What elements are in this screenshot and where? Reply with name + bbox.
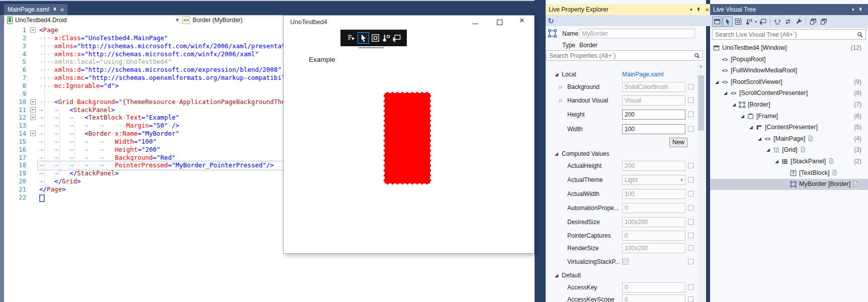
track-focused-element-icon[interactable] — [758, 17, 768, 27]
enable-selection-icon[interactable] — [723, 17, 733, 27]
expander-open-icon[interactable]: ◢ — [749, 125, 753, 130]
expander-open-icon[interactable]: ◢ — [775, 159, 778, 164]
maximize-button[interactable] — [497, 20, 502, 25]
fold-collapse-icon[interactable] — [30, 115, 36, 120]
source-document-icon[interactable] — [832, 169, 837, 176]
property-group-label[interactable]: Local — [562, 71, 576, 78]
refresh-icon[interactable]: ↻ — [548, 17, 554, 25]
swap-source-icon[interactable] — [783, 17, 793, 27]
tree-node-myborder-border[interactable]: MyBorder [Border] — [710, 179, 868, 190]
property-group-label[interactable]: Computed Values — [562, 150, 610, 157]
expander-open-icon[interactable]: ◢ — [555, 273, 558, 278]
chevron-down-icon[interactable]: ▾ — [755, 20, 757, 24]
property-pin-checkbox[interactable] — [688, 163, 693, 168]
pin-icon[interactable] — [696, 7, 701, 12]
property-pin-checkbox[interactable] — [688, 84, 693, 89]
go-to-live-visual-tree-icon[interactable] — [347, 34, 356, 42]
expander-open-icon[interactable]: ◢ — [555, 152, 558, 156]
close-icon[interactable]: × — [60, 7, 64, 13]
chevron-down-icon[interactable]: ▾ — [680, 177, 683, 182]
search-icon[interactable] — [857, 32, 863, 38]
minimize-button[interactable] — [472, 24, 478, 24]
source-document-icon[interactable] — [800, 146, 806, 153]
new-button[interactable]: New — [669, 138, 687, 147]
tree-node-mainpage[interactable]: ◢<>[MainPage](4) — [710, 134, 868, 145]
property-group-label[interactable]: Default — [562, 272, 581, 279]
tree-node-grid[interactable]: ◢[Grid](3) — [710, 145, 868, 156]
source-document-icon[interactable] — [853, 180, 858, 187]
theming-icon[interactable] — [744, 17, 754, 27]
pane-splitter[interactable] — [706, 0, 710, 302]
source-document-icon[interactable] — [808, 135, 813, 142]
property-pin-checkbox[interactable] — [688, 259, 693, 264]
fold-collapse-icon[interactable] — [30, 27, 36, 33]
lvt-title-bar[interactable]: Live Visual Tree ▾ × — [710, 4, 868, 15]
property-value-field[interactable]: 200 — [622, 161, 685, 171]
property-value-field[interactable]: 0 — [622, 282, 685, 292]
property-value-field[interactable]: 100x200 — [622, 217, 685, 227]
property-pin-checkbox[interactable] — [688, 191, 693, 196]
tree-node-textblock[interactable]: [TextBlock] — [710, 168, 868, 179]
property-value-field[interactable]: 200 — [622, 110, 685, 120]
settings-wrench-icon[interactable] — [794, 17, 804, 27]
expander-open-icon[interactable]: ◢ — [766, 148, 770, 152]
track-focused-element-icon[interactable] — [392, 34, 401, 42]
display-adornments-icon[interactable] — [733, 17, 743, 27]
property-pin-checkbox[interactable] — [688, 126, 693, 132]
lpe-search-input[interactable] — [547, 52, 694, 59]
toolbar-handle[interactable] — [359, 47, 384, 48]
tree-node-scrollcontentpresenter[interactable]: ◢<>[ScrollContentPresenter](8) — [710, 88, 868, 99]
fold-collapse-icon[interactable] — [30, 107, 36, 113]
property-value-field[interactable]: SolidColorBrush — [622, 82, 685, 92]
tree-node-frame[interactable]: ◢[Frame](6) — [710, 111, 868, 122]
theming-icon[interactable] — [382, 34, 390, 42]
collapse-window-icon[interactable] — [819, 17, 829, 27]
property-value-field[interactable]: 0 — [622, 231, 685, 241]
tree-node-unotestbed4-window[interactable]: UnoTestbed4 [Window](12) — [710, 43, 868, 54]
property-pin-checkbox[interactable] — [688, 245, 693, 251]
lpe-scrollbar[interactable]: ▲ — [697, 63, 705, 302]
show-just-my-xaml-icon[interactable] — [772, 17, 783, 27]
expander-open-icon[interactable]: ◢ — [732, 103, 736, 107]
expander-closed-icon[interactable]: ▷ — [559, 85, 563, 89]
property-value-field[interactable]: 100 — [622, 124, 685, 134]
display-adornments-icon[interactable] — [371, 34, 380, 42]
close-icon[interactable]: × — [705, 7, 709, 13]
expander-open-icon[interactable]: ◢ — [715, 80, 719, 84]
property-checkbox[interactable] — [622, 258, 629, 265]
fold-collapse-icon[interactable] — [30, 99, 36, 105]
live-visual-tree-window-icon[interactable] — [712, 17, 722, 27]
tree-node-contentpresenter[interactable]: ◢[ContentPresenter](5) — [710, 122, 868, 133]
window-position-chevron-icon[interactable]: ▾ — [852, 7, 854, 12]
expander-closed-icon[interactable]: ▷ — [559, 98, 563, 103]
expander-open-icon[interactable]: ◢ — [741, 114, 744, 119]
property-pin-checkbox[interactable] — [688, 233, 693, 238]
tree-node-stackpanel[interactable]: ◢[StackPanel](2) — [710, 156, 868, 167]
property-pin-checkbox[interactable] — [688, 219, 693, 225]
property-pin-checkbox[interactable] — [688, 205, 693, 211]
tree-node-border[interactable]: ◢[Border](7) — [710, 99, 868, 111]
scroll-up-arrow-icon[interactable]: ▲ — [697, 64, 705, 68]
property-pin-checkbox[interactable] — [688, 284, 693, 290]
source-file-link[interactable]: MainPage.xaml — [622, 71, 664, 78]
source-document-icon[interactable] — [828, 158, 834, 164]
property-pin-checkbox[interactable] — [688, 177, 693, 182]
tree-node-popuproot[interactable]: <>[PopupRoot] — [710, 54, 868, 65]
scrollbar-thumb[interactable] — [698, 75, 704, 131]
property-value-field[interactable]: 0 — [622, 294, 685, 302]
expander-open-icon[interactable]: ◢ — [724, 91, 727, 95]
tree-node-rootscrollviewer[interactable]: ◢<>[RootScrollViewer](9) — [710, 77, 868, 88]
project-dropdown[interactable]: UnoTestbed4.Droid ▼ — [4, 16, 183, 25]
pin-icon[interactable] — [52, 7, 57, 12]
name-value-field[interactable]: MyBorder — [579, 29, 695, 38]
pane-splitter[interactable] — [535, 0, 546, 302]
tree-node-fullwindowmediaroot[interactable]: <>[FullWindowMediaRoot] — [710, 65, 868, 76]
selected-border-element[interactable] — [384, 92, 431, 184]
enable-selection-icon[interactable] — [358, 32, 369, 44]
expand-in-new-window-icon[interactable] — [808, 17, 818, 27]
property-pin-checkbox[interactable] — [688, 296, 693, 302]
property-value-field[interactable]: Visual — [622, 95, 685, 106]
tab-mainpage-xaml[interactable]: MainPage.xaml × — [4, 4, 67, 15]
close-button[interactable]: × — [519, 17, 524, 25]
expander-open-icon[interactable]: ◢ — [555, 72, 558, 77]
